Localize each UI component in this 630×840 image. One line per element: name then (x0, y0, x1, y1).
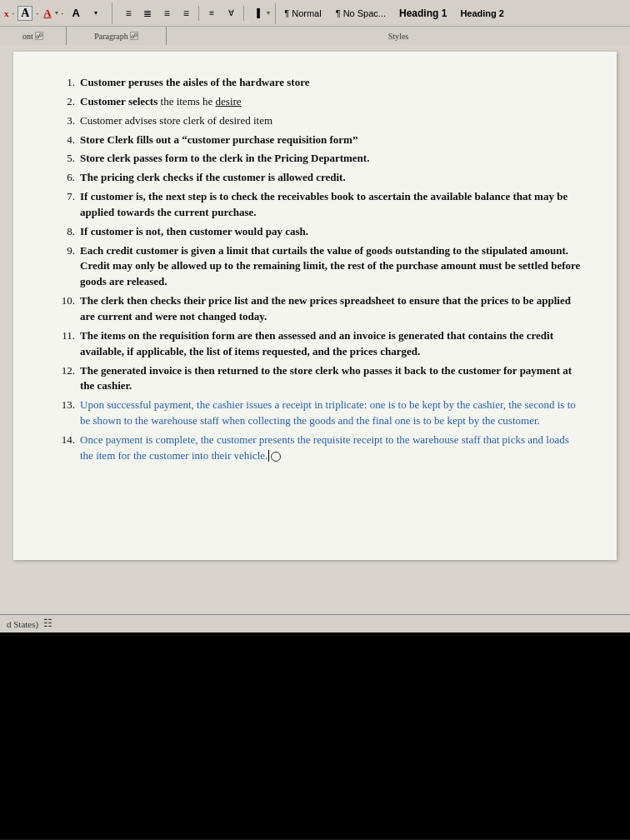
font-separator: · (11, 8, 17, 18)
black-area (0, 632, 630, 839)
list-content: The clerk then checks their price list a… (80, 293, 582, 325)
styles-group-label: Styles (167, 32, 630, 41)
list-number: 7. (57, 189, 80, 221)
list-number: 8. (57, 224, 80, 240)
list-item: 8. If customer is not, then customer wou… (57, 224, 582, 240)
list-number: 10. (57, 293, 80, 325)
list-content: The pricing clerk checks if the customer… (80, 170, 582, 186)
font-dialog-icon[interactable]: ☍ (35, 32, 43, 40)
justify-button[interactable]: ≡ (177, 4, 195, 22)
font-x-icon: x (4, 8, 9, 18)
list-content: If customer is, the next step is to chec… (80, 189, 582, 221)
list-number: 4. (57, 132, 80, 148)
list-number: 9. (57, 243, 80, 291)
list-item: 3. Customer advises store clerk of desir… (57, 113, 582, 129)
paste-special-button[interactable]: ▐ (248, 4, 266, 22)
sep2 (243, 6, 244, 21)
list-item: 13. Upon successful payment, the cashier… (57, 398, 582, 429)
list-item: 12. The generated invoice is then return… (57, 363, 582, 395)
list-content: Upon successful payment, the cashier iss… (80, 398, 582, 429)
font-A-plain-button[interactable]: A (67, 4, 85, 22)
font-dash: · (60, 8, 66, 18)
list-item: 6. The pricing clerk checks if the custo… (57, 170, 582, 186)
list-number: 14. (57, 432, 80, 464)
list-content: Store clerk passes form to the clerk in … (80, 151, 582, 167)
style-no-spacing[interactable]: ¶ No Spac... (333, 8, 388, 19)
font-underline-A: A (42, 7, 52, 20)
list-content: Each credit customer is given a limit th… (80, 243, 582, 291)
list-item: 1. Customer peruses the aisles of the ha… (57, 75, 582, 91)
document-list: 1. Customer peruses the aisles of the ha… (57, 75, 582, 464)
list-content: Customer advises store clerk of desired … (80, 113, 582, 129)
special-button[interactable]: ∀ (222, 4, 240, 22)
ribbon-top: x · A · A ▾ · A ▾ ≡ ≣ ≡ ≡ ≡ ∀ ▐ ▾ ¶ Norm… (0, 0, 630, 27)
paragraph-dialog-icon[interactable]: ☍ (130, 32, 138, 40)
list-content: Customer peruses the aisles of the hardw… (80, 75, 582, 91)
list-item: 4. Store Clerk fills out a “customer pur… (57, 132, 582, 148)
list-item: 10. The clerk then checks their price li… (57, 293, 582, 325)
font-arrow: ▾ (55, 9, 58, 17)
list-content: The generated invoice is then returned t… (80, 363, 582, 395)
text-cursor (268, 450, 269, 462)
page-view-icon[interactable]: ☷ (43, 618, 52, 630)
list-number: 5. (57, 151, 80, 167)
paste-arrow: ▾ (267, 9, 270, 17)
sep1 (198, 6, 199, 21)
list-content: Store Clerk fills out a “customer purcha… (80, 132, 582, 148)
font-group-label: ont ☍ (0, 27, 67, 45)
list-number: 1. (57, 75, 80, 91)
list-item: 11. The items on the requisition form ar… (57, 328, 582, 360)
font-color-indicator: · (34, 8, 40, 18)
align-left-button[interactable]: ≡ (119, 4, 138, 22)
cursor-circle (271, 452, 281, 462)
language-status: d States) (7, 619, 38, 629)
ribbon-labels: ont ☍ Paragraph ☍ Styles (0, 27, 630, 45)
document-page[interactable]: 1. Customer peruses the aisles of the ha… (13, 52, 617, 560)
list-content: If customer is not, then customer would … (80, 224, 582, 240)
list-number: 13. (57, 398, 80, 429)
list-number: 2. (57, 94, 80, 110)
document-area: 1. Customer peruses the aisles of the ha… (0, 45, 630, 614)
align-center-button[interactable]: ≣ (138, 4, 157, 22)
font-arrow-btn[interactable]: ▾ (87, 4, 105, 22)
list-number: 6. (57, 170, 80, 186)
list-content: Once payment is complete, the customer p… (80, 432, 582, 464)
style-heading1[interactable]: Heading 1 (397, 7, 449, 20)
toolbar-wrapper: x · A · A ▾ · A ▾ ≡ ≣ ≡ ≡ ≡ ∀ ▐ ▾ ¶ Norm… (0, 0, 630, 45)
status-bar: d States) ☷ (0, 614, 630, 632)
style-normal[interactable]: ¶ Normal (281, 7, 324, 20)
align-right-button[interactable]: ≡ (158, 4, 176, 22)
styles-section: ¶ Normal ¶ No Spac... Heading 1 Heading … (278, 2, 626, 24)
list-item: 14. Once payment is complete, the custom… (57, 432, 582, 464)
list-number: 3. (57, 113, 80, 129)
list-indent-button[interactable]: ≡ (202, 4, 221, 22)
list-item: 9. Each credit customer is given a limit… (57, 243, 582, 291)
list-content: Customer selects the items he desire (80, 94, 582, 110)
list-content: The items on the requisition form are th… (80, 328, 582, 360)
list-item: 2. Customer selects the items he desire (57, 94, 582, 110)
paragraph-group-label: Paragraph ☍ (67, 27, 167, 45)
list-number: 11. (57, 328, 80, 360)
list-item: 5. Store clerk passes form to the clerk … (57, 151, 582, 167)
style-heading2[interactable]: Heading 2 (458, 8, 507, 19)
list-number: 12. (57, 363, 80, 395)
font-A-icon: A (18, 6, 32, 21)
list-item: 7. If customer is, the next step is to c… (57, 189, 582, 221)
